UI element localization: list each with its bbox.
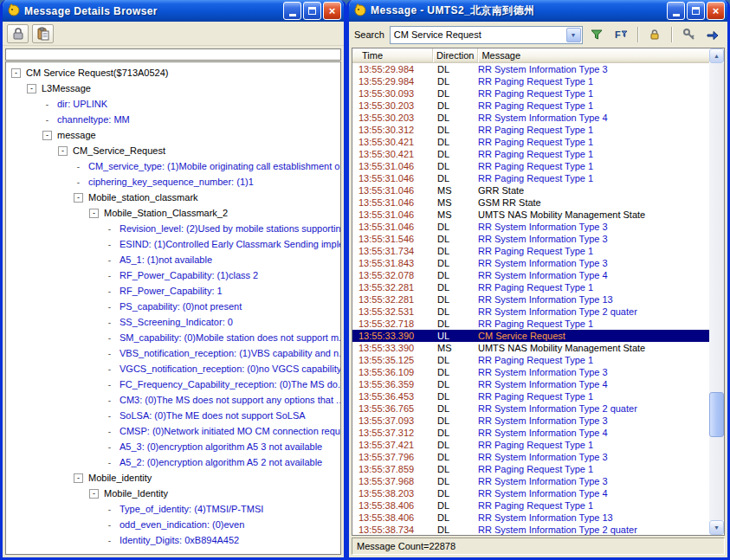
tree-node[interactable]: -RF_Power_Capability: 1 — [6, 283, 340, 299]
scrollbar-thumb[interactable] — [709, 392, 724, 437]
tree-expander-icon[interactable]: - — [58, 146, 68, 156]
maximize-button[interactable] — [687, 2, 705, 20]
tree-node-label[interactable]: SoLSA: (0)The ME does not support SoLSA — [120, 410, 306, 421]
lock-button[interactable] — [646, 25, 664, 44]
tree-node[interactable]: -VBS_notification_reception: (1)VBS capa… — [6, 345, 340, 361]
message-row[interactable]: 13:55:37.968DLRR System Information Type… — [352, 475, 709, 487]
message-row[interactable]: 13:55:31.046MSUMTS NAS Mobility Manageme… — [352, 209, 709, 221]
tree-node-label[interactable]: ciphering_key_sequence_number: (1)1 — [88, 177, 254, 187]
message-row[interactable]: 13:55:30.421DLRR Paging Request Type 1 — [352, 136, 709, 148]
tree-node[interactable]: -VGCS_notification_reception: (0)no VGCS… — [6, 361, 340, 377]
tree-node[interactable]: -odd_even_indication: (0)even — [6, 517, 340, 532]
message-row[interactable]: 13:55:37.312DLRR System Information Type… — [352, 427, 709, 439]
go-button[interactable] — [704, 25, 722, 44]
filter-field-button[interactable]: F — [611, 25, 630, 44]
tree-node-label[interactable]: dir: UPLINK — [57, 99, 107, 109]
message-row[interactable]: 13:55:31.046DLRR Paging Request Type 1 — [352, 160, 709, 172]
tree-node[interactable]: -message — [6, 127, 340, 143]
message-row[interactable]: 13:55:33.390ULCM Service Request — [352, 330, 709, 342]
left-titlebar[interactable]: Message Details Browser × — [3, 0, 344, 22]
tree-node-label[interactable]: A5_3: (0)encryption algorithm A5 3 not a… — [120, 441, 322, 452]
message-row[interactable]: 13:55:37.796DLRR System Information Type… — [352, 451, 709, 463]
tree-expander-icon[interactable]: - — [27, 84, 36, 93]
scrollbar-track[interactable] — [709, 63, 724, 520]
combo-dropdown-button[interactable]: ▼ — [566, 28, 581, 42]
tree-node-label[interactable]: CM_service_type: (1)Mobile originating c… — [88, 161, 340, 171]
column-header-direction[interactable]: Direction — [433, 48, 478, 62]
message-row[interactable]: 13:55:31.046DLRR Paging Request Type 1 — [352, 172, 709, 184]
message-row[interactable]: 13:55:31.046DLRR System Information Type… — [352, 221, 709, 233]
tree-node-label[interactable]: Mobile_Identity — [104, 488, 168, 499]
tree-expander-icon[interactable]: - — [11, 68, 21, 78]
maximize-button[interactable] — [303, 2, 321, 20]
tree-node-label[interactable]: CMSP: (0)Network initiated MO CM connect… — [120, 426, 340, 436]
vertical-scrollbar[interactable]: ▲ ▼ — [709, 48, 724, 535]
message-row[interactable]: 13:55:30.203DLRR Paging Request Type 1 — [352, 100, 709, 112]
tree-node-label[interactable]: A5_2: (0)encryption algorithm A5 2 not a… — [120, 457, 322, 467]
tree-node[interactable]: -Mobile_Identity — [6, 486, 340, 501]
tree-node[interactable]: -SoLSA: (0)The ME does not support SoLSA — [6, 408, 340, 423]
message-row[interactable]: 13:55:36.765DLRR System Information Type… — [352, 402, 709, 415]
scroll-down-button[interactable]: ▼ — [709, 520, 724, 535]
tree-node[interactable]: -CM3: (0)The MS does not support any opt… — [6, 392, 340, 408]
message-row[interactable]: 13:55:32.281DLRR Paging Request Type 1 — [352, 281, 709, 293]
tree-node-label[interactable]: CM3: (0)The MS does not support any opti… — [120, 395, 340, 405]
tree-node[interactable]: -A5_2: (0)encryption algorithm A5 2 not … — [6, 454, 340, 470]
lock-button[interactable] — [7, 24, 29, 43]
tree-node-label[interactable]: Mobile_Station_Classmark_2 — [104, 208, 228, 218]
tree-node-label[interactable]: RF_Power_Capability: 1 — [120, 286, 223, 296]
tree-node-label[interactable]: VGCS_notification_reception: (0)no VGCS … — [120, 364, 340, 374]
message-row[interactable]: 13:55:35.125DLRR Paging Request Type 1 — [352, 354, 709, 366]
message-row[interactable]: 13:55:36.453DLRR Paging Request Type 1 — [352, 390, 709, 402]
tree-node-label[interactable]: SM_capability: (0)Mobile station does no… — [120, 332, 340, 343]
tree-node-label[interactable]: message — [57, 130, 96, 140]
close-button[interactable]: × — [323, 2, 341, 20]
scroll-up-button[interactable]: ▲ — [709, 48, 724, 63]
column-header-message[interactable]: Message — [478, 48, 709, 62]
tree-node-label[interactable]: Type_of_identity: (4)TMSI/P-TMSI — [120, 504, 263, 514]
minimize-button[interactable] — [667, 2, 685, 20]
tree-node[interactable]: -CM Service Request($713A0524) — [6, 65, 340, 80]
tree-expander-icon[interactable]: - — [74, 193, 83, 203]
message-row[interactable]: 13:55:31.546DLRR System Information Type… — [352, 233, 709, 245]
message-row[interactable]: 13:55:30.312DLRR Paging Request Type 1 — [352, 124, 709, 136]
tree-node-label[interactable]: CM Service Request($713A0524) — [26, 68, 168, 78]
tree-node-label[interactable]: A5_1: (1)not available — [120, 254, 212, 265]
tree-node[interactable]: -RF_Power_Capability: (1)class 2 — [6, 267, 340, 283]
tree-node-label[interactable]: PS_capability: (0)not present — [120, 301, 242, 312]
message-row[interactable]: 13:55:32.281DLRR System Information Type… — [352, 293, 709, 306]
tree-node-label[interactable]: ESIND: (1)Controlled Early Classmark Sen… — [120, 239, 340, 249]
tree-node[interactable]: -FC_Frequency_Capability_reception: (0)T… — [6, 377, 340, 392]
tree-node[interactable]: -ESIND: (1)Controlled Early Classmark Se… — [6, 236, 340, 252]
tree-node-label[interactable]: Identity_Digits: 0xB894A452 — [120, 535, 239, 545]
tree-node[interactable]: -Mobile_identity — [6, 470, 340, 486]
tree-node-label[interactable]: CM_Service_Request — [73, 145, 165, 156]
tree-node[interactable]: -A5_1: (1)not available — [6, 252, 340, 267]
tree-node[interactable]: -CM_service_type: (1)Mobile originating … — [6, 158, 340, 174]
close-button[interactable]: × — [707, 2, 725, 20]
tree-node-label[interactable]: L3Message — [42, 83, 91, 93]
right-titlebar[interactable]: Message - UMTS2_北京南到德州 × — [349, 0, 727, 22]
message-list-body[interactable]: 13:55:29.984DLRR System Information Type… — [352, 63, 709, 535]
message-row[interactable]: 13:55:32.078DLRR System Information Type… — [352, 269, 709, 281]
message-row[interactable]: 13:55:30.203DLRR System Information Type… — [352, 112, 709, 124]
search-combobox[interactable]: CM Service Request ▼ — [390, 26, 583, 44]
message-row[interactable]: 13:55:38.406DLRR System Information Type… — [352, 512, 709, 524]
message-row[interactable]: 13:55:37.093DLRR System Information Type… — [352, 415, 709, 427]
message-row[interactable]: 13:55:36.109DLRR System Information Type… — [352, 366, 709, 378]
tree-node[interactable]: -Type_of_identity: (4)TMSI/P-TMSI — [6, 501, 340, 517]
filter-apply-button[interactable] — [588, 25, 606, 44]
message-row[interactable]: 13:55:31.046MSGRR State — [352, 184, 709, 196]
settings-button[interactable] — [680, 25, 698, 44]
tree-node[interactable]: -SS_Screening_Indicator: 0 — [6, 314, 340, 330]
tree-node[interactable]: -dir: UPLINK — [6, 96, 340, 112]
paste-button[interactable] — [32, 24, 54, 43]
tree-node-label[interactable]: Revision_level: (2)Used by mobile statio… — [120, 223, 340, 234]
message-row[interactable]: 13:55:38.203DLRR System Information Type… — [352, 487, 709, 499]
tree-node[interactable]: -CM_Service_Request — [6, 143, 340, 158]
tree-node-label[interactable]: FC_Frequency_Capability_reception: (0)Th… — [120, 379, 340, 389]
message-row[interactable]: 13:55:30.421DLRR Paging Request Type 1 — [352, 148, 709, 160]
search-input[interactable]: CM Service Request — [391, 29, 566, 40]
message-row[interactable]: 13:55:36.359DLRR System Information Type… — [352, 378, 709, 390]
tree-node[interactable]: -PS_capability: (0)not present — [6, 299, 340, 314]
